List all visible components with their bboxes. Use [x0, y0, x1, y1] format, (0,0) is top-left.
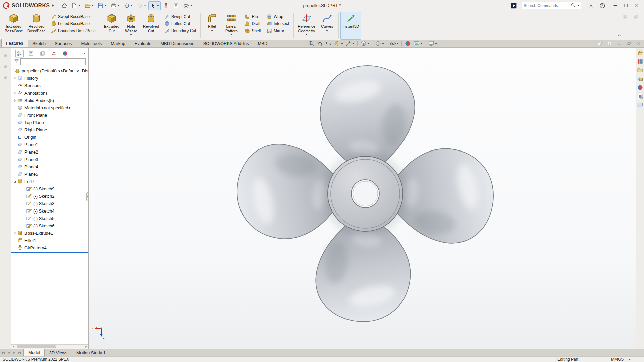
search-caret-icon[interactable]	[577, 5, 579, 6]
window-new-button[interactable]	[607, 41, 612, 46]
graphics-area[interactable]: x z	[89, 48, 636, 349]
options-button[interactable]	[181, 1, 194, 10]
solidworks-resources-button[interactable]	[637, 49, 644, 56]
search-icon-slot[interactable]	[571, 3, 576, 9]
tab-scroll-next-button[interactable]	[12, 350, 17, 355]
tree-item-sensors[interactable]: Sensors	[11, 82, 88, 89]
ribbon-fillet-button[interactable]: Fillet	[202, 12, 222, 40]
tab-mold-tools[interactable]: Mold Tools	[76, 40, 106, 47]
ribbon-display-options-button[interactable]	[621, 13, 629, 21]
tree-expander-collapsed-icon[interactable]	[13, 99, 17, 102]
propertymanager-tab[interactable]	[27, 50, 35, 57]
undo-button[interactable]	[122, 1, 135, 10]
tree-horizontal-scrollbar[interactable]	[11, 344, 88, 349]
bottom-tab-motion-study-1[interactable]: Motion Study 1	[72, 349, 110, 356]
tree-item-loft7[interactable]: Loft7	[11, 178, 88, 185]
ribbon-pin-button[interactable]	[632, 13, 641, 21]
tree-item-cirpattern4[interactable]: CirPattern4	[11, 244, 88, 251]
tree-item-sketch9[interactable]: (-) Sketch9	[11, 185, 88, 192]
scroll-left-button[interactable]	[11, 345, 16, 349]
tree-item-annotations[interactable]: AAnnotations	[11, 89, 88, 97]
ribbon-extruded-cut-button[interactable]: ExtrudedCut	[102, 12, 121, 40]
ribbon-draft-button[interactable]: Draft	[243, 20, 262, 27]
tree-expander-collapsed-icon[interactable]	[13, 231, 17, 235]
new-document-button[interactable]	[70, 1, 82, 10]
display-style-button[interactable]	[374, 40, 385, 47]
ribbon-boundary-cut-button[interactable]: Boundary Cut	[163, 27, 197, 34]
view-settings-button[interactable]	[427, 40, 438, 47]
tree-item-solid-bodies-5[interactable]: Solid Bodies(5)	[11, 97, 88, 104]
threedexperience-compass-button[interactable]	[508, 1, 519, 10]
bottom-tab-3d-views[interactable]: 3D Views	[45, 349, 72, 356]
apply-scene-button[interactable]	[412, 40, 423, 47]
tree-item-plane5[interactable]: Plane5	[11, 170, 88, 178]
section-view-button[interactable]	[333, 40, 344, 47]
tree-item-plane3[interactable]: Plane3	[11, 156, 88, 163]
scrollbar-thumb[interactable]	[17, 345, 56, 348]
tree-item-right-plane[interactable]: Right Plane	[11, 126, 88, 133]
tab-scroll-first-button[interactable]	[1, 350, 6, 355]
bottom-tab-model[interactable]: Model	[23, 349, 45, 356]
tab-solidworks-add-ins[interactable]: SOLIDWORKS Add-Ins	[199, 40, 254, 47]
units-selector[interactable]: MMGS	[611, 357, 631, 362]
tree-item-sketch4[interactable]: (-) Sketch4	[11, 207, 88, 215]
home-button[interactable]	[60, 1, 69, 10]
tree-expander-expanded-icon[interactable]	[13, 180, 17, 183]
scrollbar-track[interactable]	[16, 345, 84, 349]
tab-mbd-dimensions[interactable]: MBD Dimensions	[156, 40, 199, 47]
view-palette-button[interactable]	[637, 75, 644, 82]
window-cascade-button[interactable]	[597, 41, 602, 46]
panel-tabs-overflow-button[interactable]: ›	[82, 51, 86, 56]
edit-appearance-button[interactable]	[404, 40, 412, 47]
ribbon-boundary-boss-base-button[interactable]: Boundary Boss/Base	[50, 27, 97, 34]
solidworks-forum-button[interactable]	[637, 102, 644, 109]
rollback-bar[interactable]	[11, 252, 88, 253]
save-button[interactable]	[96, 1, 108, 10]
ribbon-revolved-cut-button[interactable]: RevolvedCut	[141, 12, 161, 40]
tree-expander-collapsed-icon[interactable]	[13, 76, 17, 80]
tree-item-sketch5[interactable]: (-) Sketch5	[11, 215, 88, 222]
document-restore-button[interactable]	[627, 41, 632, 46]
sign-in-button[interactable]	[586, 1, 596, 10]
tree-item-history[interactable]: History	[11, 74, 88, 82]
ribbon-revolved-boss-base-button[interactable]: RevolvedBoss/Base	[25, 12, 48, 40]
file-properties-button[interactable]	[171, 1, 181, 10]
tab-evaluate[interactable]: Evaluate	[130, 40, 156, 47]
minimize-button[interactable]	[610, 2, 621, 9]
tab-mbd[interactable]: MBD	[253, 40, 272, 47]
featuremanager-tab[interactable]	[15, 50, 24, 57]
displaymanager-tab[interactable]	[61, 50, 69, 57]
tree-item-origin[interactable]: Origin	[11, 133, 88, 141]
tree-item-fillet1[interactable]: Fillet1	[11, 237, 88, 244]
panel-resize-handle[interactable]	[86, 192, 89, 201]
tree-item-plane1[interactable]: Plane1	[11, 141, 88, 148]
maximize-button[interactable]	[621, 2, 631, 9]
tab-surfaces[interactable]: Surfaces	[50, 40, 76, 47]
zoom-to-area-button[interactable]	[316, 40, 324, 47]
custom-properties-button[interactable]	[637, 93, 644, 100]
tab-scroll-last-button[interactable]	[17, 350, 22, 355]
rebuild-button[interactable]	[161, 1, 171, 10]
tab-markup[interactable]: Markup	[106, 40, 130, 47]
tree-item-material-not-specified[interactable]: Material <not specified>	[11, 104, 88, 111]
tree-item-boss-extrude1[interactable]: Boss-Extrude1	[11, 229, 88, 237]
document-minimize-button[interactable]	[617, 41, 622, 46]
tree-item-top-plane[interactable]: Top Plane	[11, 119, 88, 126]
scroll-right-button[interactable]	[84, 345, 88, 349]
ribbon-intersect-button[interactable]: Intersect	[265, 20, 290, 27]
zoom-to-fit-button[interactable]	[307, 40, 315, 47]
ribbon-hole-wizard-button[interactable]: HoleWizard	[121, 12, 141, 40]
tree-expander-collapsed-icon[interactable]	[13, 91, 17, 95]
tree-item-root-part[interactable]: propeller (Default) <<Default>_Display	[11, 67, 88, 74]
tab-scroll-prev-button[interactable]	[6, 350, 11, 355]
ribbon-wrap-button[interactable]: Wrap	[265, 13, 290, 20]
left-pane-1-button[interactable]	[3, 53, 8, 58]
redo-button[interactable]	[135, 1, 148, 10]
configurationmanager-tab[interactable]	[38, 50, 47, 57]
tab-features[interactable]: Features	[1, 39, 28, 47]
search-input[interactable]	[524, 3, 569, 8]
ribbon-reference-geometry-button[interactable]: ReferenceGeometry	[296, 12, 317, 40]
left-pane-2-button[interactable]	[3, 64, 8, 69]
ribbon-instant3d-button[interactable]: Instant3D	[340, 12, 361, 40]
help-button[interactable]	[598, 1, 607, 10]
